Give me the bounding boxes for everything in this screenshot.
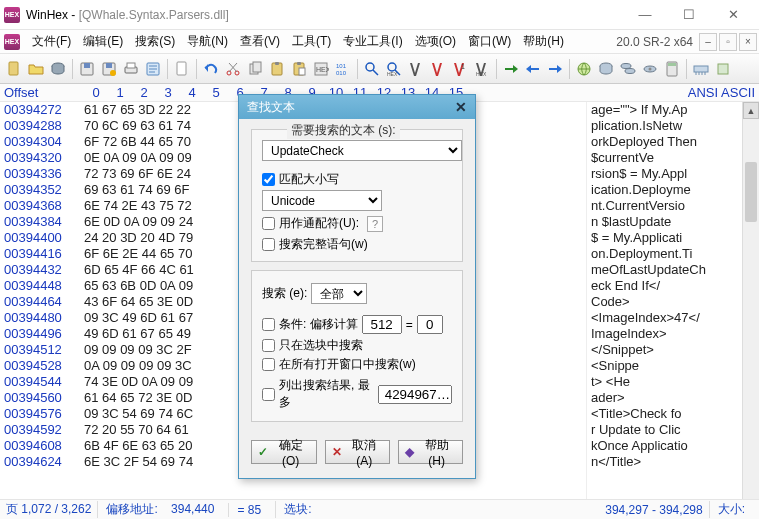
globe-icon[interactable] — [574, 59, 594, 79]
whole-words-checkbox[interactable]: 搜索完整语句(w) — [262, 236, 452, 253]
forward-icon[interactable] — [545, 59, 565, 79]
check-icon: ✓ — [258, 445, 268, 459]
svg-text:HEX: HEX — [387, 71, 398, 77]
svg-text:1: 1 — [461, 63, 465, 70]
cut-icon[interactable] — [223, 59, 243, 79]
menu-navigate[interactable]: 导航(N) — [181, 31, 234, 52]
scroll-up-icon[interactable]: ▲ — [743, 102, 759, 119]
wildcards-checkbox[interactable]: 用作通配符(U): — [262, 215, 359, 232]
search-text-input[interactable]: UpdateCheck — [262, 140, 462, 161]
chip-icon[interactable] — [713, 59, 733, 79]
minimize-button[interactable]: — — [623, 1, 667, 29]
cancel-button[interactable]: ✕取消(A) — [325, 440, 390, 464]
help-button[interactable]: ◆帮助(H) — [398, 440, 463, 464]
only-block-checkbox[interactable]: 只在选块中搜索 — [262, 337, 452, 354]
print-icon[interactable] — [121, 59, 141, 79]
status-offset-label: 偏移地址: — [106, 502, 157, 516]
cond-value-2[interactable] — [417, 315, 443, 334]
dialog-title: 查找文本 — [247, 99, 295, 116]
mdi-minimize-icon[interactable]: – — [699, 33, 717, 51]
svg-text:101: 101 — [336, 63, 347, 69]
search-scope-select[interactable]: 全部 — [311, 283, 367, 304]
search-text-label: 需要搜索的文本 (s): — [287, 122, 400, 139]
svg-rect-13 — [177, 62, 186, 75]
offset-column: 0039427200394288003943040039432000394336… — [0, 102, 80, 519]
list-results-checkbox[interactable]: 列出搜索结果, 最多 — [262, 377, 374, 411]
codepage-icon[interactable]: 101010 — [333, 59, 353, 79]
open-disk-icon[interactable] — [48, 59, 68, 79]
find-text-icon[interactable] — [406, 59, 426, 79]
encoding-select[interactable]: Unicode — [262, 190, 382, 211]
all-windows-checkbox[interactable]: 在所有打开窗口中搜索(w) — [262, 356, 452, 373]
svg-point-41 — [649, 67, 652, 70]
version-label: 20.0 SR-2 x64 — [616, 35, 693, 49]
wildcards-help-icon[interactable]: ? — [367, 216, 383, 232]
toolbar: HEX 101010 HEX 1 HEX — [0, 54, 759, 84]
list-max-input[interactable] — [378, 385, 452, 404]
find-hex-icon[interactable]: HEX — [384, 59, 404, 79]
svg-point-38 — [621, 63, 631, 68]
menu-protools[interactable]: 专业工具(I) — [337, 31, 408, 52]
goto-icon[interactable] — [501, 59, 521, 79]
mdi-restore-icon[interactable]: ▫ — [719, 33, 737, 51]
cond-value-1[interactable] — [362, 315, 402, 334]
new-file-icon[interactable] — [4, 59, 24, 79]
calculator-icon[interactable] — [662, 59, 682, 79]
menu-tools[interactable]: 工具(T) — [286, 31, 337, 52]
undo-icon[interactable] — [201, 59, 221, 79]
help-icon: ◆ — [405, 445, 414, 459]
dialog-close-icon[interactable]: ✕ — [455, 99, 467, 115]
disk-image-icon[interactable] — [596, 59, 616, 79]
scrollbar-thumb[interactable] — [745, 162, 757, 222]
mdi-close-icon[interactable]: × — [739, 33, 757, 51]
dialog-titlebar[interactable]: 查找文本 ✕ — [239, 95, 475, 119]
ok-button[interactable]: ✓确定(O) — [251, 440, 317, 464]
paste-icon[interactable] — [267, 59, 287, 79]
new-doc-icon[interactable] — [172, 59, 192, 79]
menu-file[interactable]: 文件(F) — [26, 31, 77, 52]
match-case-checkbox[interactable]: 匹配大小写 — [262, 171, 452, 188]
menu-search[interactable]: 搜索(S) — [129, 31, 181, 52]
hex-column[interactable]: 61 67 65 3D 22 2270 6C 69 63 61 746F 72 … — [80, 102, 198, 519]
find-icon[interactable] — [362, 59, 382, 79]
disk-tool-icon[interactable] — [640, 59, 660, 79]
svg-point-39 — [625, 68, 635, 73]
maximize-button[interactable]: ☐ — [667, 1, 711, 29]
svg-rect-24 — [299, 68, 305, 75]
vertical-scrollbar[interactable]: ▲ ▼ — [742, 102, 759, 519]
find-next-red-icon[interactable] — [428, 59, 448, 79]
status-sel-label: 选块: — [284, 502, 311, 516]
close-button[interactable]: ✕ — [711, 1, 755, 29]
menu-edit[interactable]: 编辑(E) — [77, 31, 129, 52]
svg-rect-43 — [668, 63, 676, 66]
menubar: HEX 文件(F) 编辑(E) 搜索(S) 导航(N) 查看(V) 工具(T) … — [0, 30, 759, 54]
search-scope-label: 搜索 (e): — [262, 285, 307, 302]
save-icon[interactable] — [77, 59, 97, 79]
menu-options[interactable]: 选项(O) — [409, 31, 462, 52]
paste-special-icon[interactable] — [289, 59, 309, 79]
svg-line-30 — [373, 70, 378, 75]
open-file-icon[interactable] — [26, 59, 46, 79]
copy-hex-icon[interactable]: HEX — [311, 59, 331, 79]
find-hex2-icon[interactable]: HEX — [472, 59, 492, 79]
find-prev-icon[interactable]: 1 — [450, 59, 470, 79]
status-page: 页 1,072 / 3,262 — [6, 501, 91, 518]
svg-text:010: 010 — [336, 70, 347, 76]
svg-rect-0 — [9, 62, 18, 75]
menu-help[interactable]: 帮助(H) — [517, 31, 570, 52]
cond-offset-checkbox[interactable]: 条件: 偏移计算 — [262, 316, 358, 333]
svg-rect-5 — [106, 63, 112, 68]
disk-clone-icon[interactable] — [618, 59, 638, 79]
menu-window[interactable]: 窗口(W) — [462, 31, 517, 52]
copy-icon[interactable] — [245, 59, 265, 79]
saveas-icon[interactable] — [99, 59, 119, 79]
svg-rect-23 — [297, 62, 301, 65]
offset-col-label: Offset — [4, 85, 84, 100]
ascii-column[interactable]: age=""> If My.Application.IsNetworkDeplo… — [586, 102, 742, 519]
menu-view[interactable]: 查看(V) — [234, 31, 286, 52]
back-icon[interactable] — [523, 59, 543, 79]
properties-icon[interactable] — [143, 59, 163, 79]
find-text-dialog: 查找文本 ✕ 需要搜索的文本 (s): UpdateCheck 匹配大小写 Un… — [238, 94, 476, 479]
ram-icon[interactable] — [691, 59, 711, 79]
svg-rect-8 — [127, 63, 135, 68]
